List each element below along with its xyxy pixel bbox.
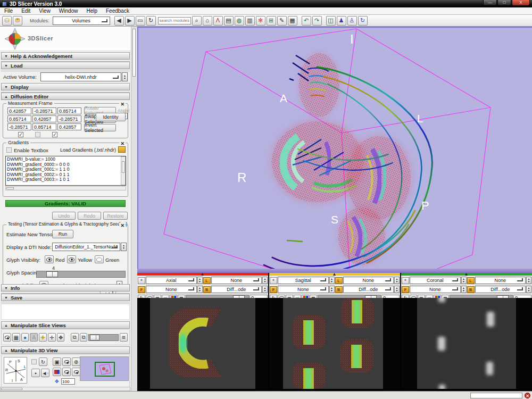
- axial-menu-icon[interactable]: ⌖: [138, 277, 145, 284]
- editor-module-icon[interactable]: ✎: [277, 16, 287, 26]
- section-diffusion-editor[interactable]: ▲Diffusion Editor: [1, 93, 130, 100]
- active-volume-dropdown[interactable]: helix-DWI.nhdr: [40, 72, 121, 81]
- gradients-hscrollbar[interactable]: [5, 186, 126, 190]
- measurement-frame-close-icon[interactable]: ✕: [119, 102, 126, 107]
- fiducials-module-icon[interactable]: ✻: [256, 16, 265, 26]
- load-scene-icon[interactable]: ⛁: [2, 16, 12, 26]
- search-input[interactable]: [158, 17, 191, 24]
- axial-orientation-spinner[interactable]: ▲▼: [197, 277, 203, 284]
- coronal-orientation-spinner[interactable]: ▲▼: [461, 277, 467, 284]
- dti-node-dropdown[interactable]: DiffusionEditor_1._TensorNode: [52, 243, 120, 251]
- coronal-slice-image[interactable]: [401, 298, 532, 389]
- matrix-cell[interactable]: 0.42857: [32, 115, 56, 122]
- sagittal-bg-layer-icon[interactable]: B: [335, 286, 343, 293]
- redo-icon[interactable]: ↷: [312, 16, 322, 26]
- menu-help[interactable]: Help: [82, 8, 102, 14]
- save-scene-icon[interactable]: ⛃: [13, 16, 22, 26]
- zoom-look-icon[interactable]: [62, 368, 71, 376]
- glyph-spacing-slider[interactable]: [36, 271, 126, 278]
- axial-label-spinner[interactable]: ▲▼: [262, 277, 268, 284]
- modules-dropdown[interactable]: Volumes: [53, 16, 110, 25]
- zoom-factor-input[interactable]: [61, 378, 75, 385]
- coronal-label-spinner[interactable]: ▲▼: [526, 277, 531, 284]
- menu-window[interactable]: Window: [55, 8, 82, 14]
- module-back-icon[interactable]: ◀: [114, 16, 124, 26]
- volumes-module-icon[interactable]: ▥: [245, 16, 255, 26]
- restore-button[interactable]: Restore: [103, 212, 128, 220]
- axial-label-dropdown[interactable]: None: [211, 277, 262, 284]
- measurements-module-icon[interactable]: Λ: [213, 16, 223, 26]
- error-log-icon[interactable]: ✕: [525, 393, 530, 398]
- zoom-move-icon[interactable]: ✥: [55, 379, 59, 384]
- redo-button[interactable]: Redo: [78, 212, 101, 220]
- rotate-look-icon[interactable]: [72, 368, 80, 376]
- matrix-cell[interactable]: 0.85714: [32, 123, 56, 130]
- fiducial-select-icon[interactable]: ♙: [347, 16, 357, 26]
- sagittal-foreground-dropdown[interactable]: None: [278, 286, 329, 293]
- matrix-cell[interactable]: 0.85714: [57, 107, 81, 114]
- close-button[interactable]: X: [512, 0, 530, 6]
- coronal-label-dropdown[interactable]: None: [475, 277, 526, 284]
- axial-orientation-dropdown[interactable]: Axial: [146, 277, 197, 284]
- gradients-close-icon[interactable]: ✕: [119, 141, 126, 146]
- panel-vscrollbar[interactable]: [131, 27, 137, 391]
- coronal-background-dropdown[interactable]: Diff...ode: [475, 286, 526, 293]
- matrix-cell[interactable]: 0.85714: [7, 115, 31, 122]
- section-load[interactable]: ▼Load: [1, 62, 130, 69]
- coronal-orientation-dropdown[interactable]: Coronal: [410, 277, 461, 284]
- module-refresh-icon[interactable]: ↻: [146, 16, 156, 26]
- sagittal-bg-spinner[interactable]: ▲▼: [394, 286, 400, 293]
- look-from-icon[interactable]: ◄·: [41, 369, 49, 377]
- menu-feedback[interactable]: Feedback: [102, 8, 134, 14]
- crosshair-icon[interactable]: ✚: [39, 333, 47, 342]
- opacity-slider[interactable]: [88, 334, 119, 341]
- sagittal-fg-layer-icon[interactable]: F: [270, 286, 277, 293]
- axial-fg-layer-icon[interactable]: F: [138, 286, 145, 293]
- matrix-cell[interactable]: -0.28571: [32, 107, 56, 114]
- home-module-icon[interactable]: ⌂: [203, 16, 212, 26]
- column-checkbox-2[interactable]: [35, 132, 40, 137]
- sagittal-label-dropdown[interactable]: None: [343, 277, 394, 284]
- minimize-button[interactable]: —: [483, 0, 497, 6]
- axial-colorbar[interactable]: [137, 273, 268, 276]
- coronal-bg-layer-icon[interactable]: B: [467, 286, 475, 293]
- green-glyph-eye-icon[interactable]: [95, 255, 104, 263]
- interpolate-icon[interactable]: ⧈: [120, 333, 128, 342]
- sagittal-fg-spinner[interactable]: ▲▼: [329, 286, 335, 293]
- crosshair-thick-icon[interactable]: ✛: [48, 333, 56, 342]
- undo-icon[interactable]: ↶: [302, 16, 311, 26]
- section-help[interactable]: ▼Help & Acknowledgement: [1, 52, 130, 60]
- maximize-button[interactable]: □: [497, 0, 511, 6]
- column-checkbox-3[interactable]: ✓: [52, 132, 57, 137]
- transforms-module-icon[interactable]: ⊞: [267, 16, 276, 26]
- fiducial-add-icon[interactable]: ♟: [337, 16, 346, 26]
- sagittal-orientation-dropdown[interactable]: Sagittal: [278, 277, 329, 284]
- section-info[interactable]: ▼Info: [1, 284, 130, 292]
- matrix-cell[interactable]: 0.42857: [57, 123, 81, 130]
- load-gradients-folder-icon[interactable]: [118, 146, 126, 153]
- axial-foreground-dropdown[interactable]: None: [146, 286, 197, 293]
- visibility-3d-icon[interactable]: [62, 358, 71, 366]
- enable-textbox-checkbox[interactable]: [6, 147, 12, 153]
- section-display[interactable]: ▼Display: [1, 83, 130, 90]
- section-manipulate-slice-views[interactable]: ▲Manipulate Slice Views: [1, 321, 130, 329]
- testing-close-icon[interactable]: ✕: [119, 223, 126, 228]
- select-box-icon[interactable]: ⊕: [72, 358, 80, 366]
- menu-file[interactable]: File: [0, 8, 17, 14]
- identity-button[interactable]: Identity: [96, 113, 126, 121]
- rock-view-icon[interactable]: ↻: [39, 358, 47, 366]
- sagittal-menu-icon[interactable]: ⌖: [270, 277, 277, 284]
- layer-link-icon[interactable]: ⧉: [80, 333, 88, 342]
- sagittal-colorbar[interactable]: [269, 273, 400, 276]
- search-module-icon[interactable]: ⌕: [192, 16, 202, 26]
- slice-visibility-icon[interactable]: [3, 333, 11, 342]
- sagittal-label-layer-icon[interactable]: L: [335, 277, 343, 284]
- matrix-cell[interactable]: 0.42857: [7, 107, 31, 114]
- navigation-icon[interactable]: ✥: [57, 333, 65, 342]
- axial-slice-image[interactable]: [137, 298, 268, 389]
- dti-node-spinner[interactable]: ▲▼: [121, 243, 127, 251]
- data-module-icon[interactable]: ▤: [224, 16, 234, 26]
- update-icon[interactable]: ↻: [358, 16, 368, 26]
- layer-compare-icon[interactable]: ⧉: [71, 333, 79, 342]
- orientation-compass[interactable]: P S R L I A: [4, 357, 27, 384]
